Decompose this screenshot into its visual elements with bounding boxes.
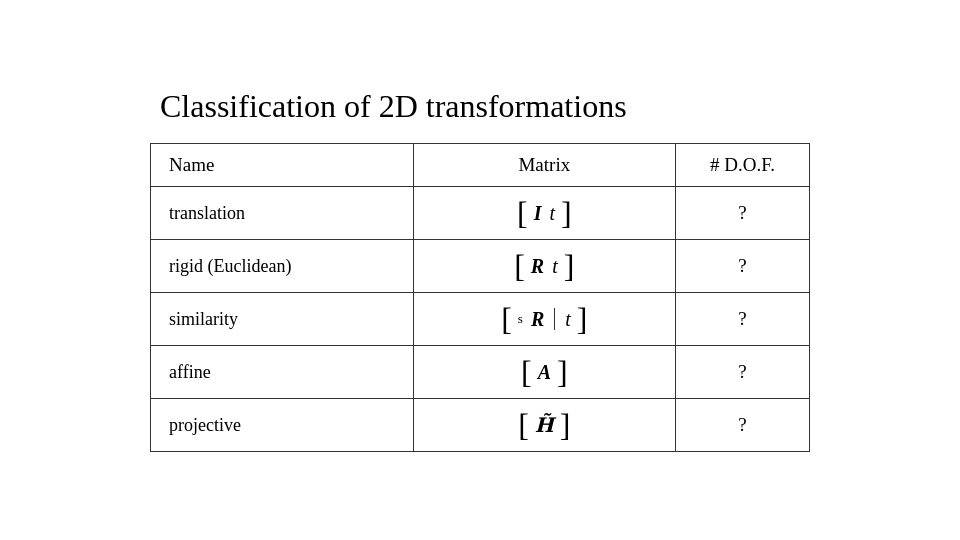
matrix-bracket-group: [ A ] bbox=[521, 356, 568, 388]
matrix-symbol-R: R bbox=[531, 255, 544, 278]
matrix-content: R t bbox=[531, 255, 558, 278]
row-name-rigid: rigid (Euclidean) bbox=[151, 240, 414, 293]
matrix-symbol-t: t bbox=[565, 308, 571, 331]
table-row: translation [ I t ] ? bbox=[151, 187, 810, 240]
matrix-symbol-R: R bbox=[531, 308, 544, 331]
matrix-symbol-t: t bbox=[549, 202, 555, 225]
matrix-symbol-t: t bbox=[552, 255, 558, 278]
matrix-symbol-s: s bbox=[518, 311, 523, 327]
bracket-left: [ bbox=[518, 409, 529, 441]
bracket-right: ] bbox=[557, 356, 568, 388]
table-header-row: Name Matrix # D.O.F. bbox=[151, 144, 810, 187]
matrix-bracket-group: [ I t ] bbox=[517, 197, 572, 229]
table-row: projective [ H̃ ] ? bbox=[151, 399, 810, 452]
table-row: similarity [ sR t ] ? bbox=[151, 293, 810, 346]
row-dof-similarity: ? bbox=[676, 293, 810, 346]
matrix-bracket-group: [ H̃ ] bbox=[518, 409, 570, 441]
bracket-left: [ bbox=[514, 250, 525, 282]
row-dof-affine: ? bbox=[676, 346, 810, 399]
matrix-symbol-A: A bbox=[538, 361, 551, 384]
bracket-left: [ bbox=[521, 356, 532, 388]
row-name-translation: translation bbox=[151, 187, 414, 240]
row-name-projective: projective bbox=[151, 399, 414, 452]
row-name-similarity: similarity bbox=[151, 293, 414, 346]
col-header-dof: # D.O.F. bbox=[676, 144, 810, 187]
matrix-content: sR t bbox=[518, 308, 571, 331]
row-name-affine: affine bbox=[151, 346, 414, 399]
matrix-bracket-group: [ R t ] bbox=[514, 250, 574, 282]
row-dof-projective: ? bbox=[676, 399, 810, 452]
table-row: affine [ A ] ? bbox=[151, 346, 810, 399]
matrix-bracket-group: [ sR t ] bbox=[501, 303, 587, 335]
page-title: Classification of 2D transformations bbox=[160, 88, 627, 125]
row-matrix-affine: [ A ] bbox=[413, 346, 676, 399]
page-container: Classification of 2D transformations Nam… bbox=[110, 68, 850, 472]
bracket-right: ] bbox=[561, 197, 572, 229]
bracket-right: ] bbox=[560, 409, 571, 441]
transform-table: Name Matrix # D.O.F. translation [ I t ] bbox=[150, 143, 810, 452]
col-header-matrix: Matrix bbox=[413, 144, 676, 187]
col-header-name: Name bbox=[151, 144, 414, 187]
matrix-content: A bbox=[538, 361, 551, 384]
bracket-left: [ bbox=[517, 197, 528, 229]
matrix-symbol-I: I bbox=[534, 202, 542, 225]
row-dof-rigid: ? bbox=[676, 240, 810, 293]
row-matrix-projective: [ H̃ ] bbox=[413, 399, 676, 452]
matrix-symbol-H-tilde: H̃ bbox=[535, 413, 554, 437]
matrix-content: H̃ bbox=[535, 413, 554, 437]
row-matrix-similarity: [ sR t ] bbox=[413, 293, 676, 346]
table-row: rigid (Euclidean) [ R t ] ? bbox=[151, 240, 810, 293]
row-matrix-rigid: [ R t ] bbox=[413, 240, 676, 293]
bracket-left: [ bbox=[501, 303, 512, 335]
row-matrix-translation: [ I t ] bbox=[413, 187, 676, 240]
bracket-right: ] bbox=[577, 303, 588, 335]
matrix-content: I t bbox=[534, 202, 555, 225]
vertical-bar bbox=[554, 308, 555, 330]
bracket-right: ] bbox=[564, 250, 575, 282]
row-dof-translation: ? bbox=[676, 187, 810, 240]
